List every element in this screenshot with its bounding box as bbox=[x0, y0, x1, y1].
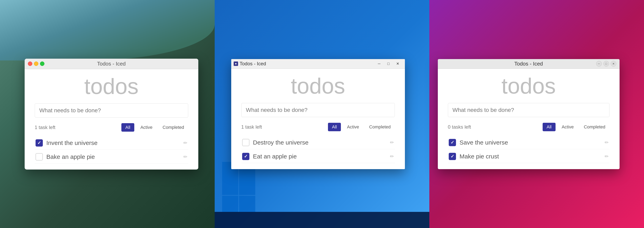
linux-todo-item-1: Save the universe ✏ bbox=[448, 136, 610, 149]
windows-filter-all[interactable]: All bbox=[328, 123, 341, 131]
mac-checkbox-2[interactable] bbox=[36, 153, 43, 160]
linux-filter-completed[interactable]: Completed bbox=[580, 123, 609, 131]
windows-close-button[interactable]: ✕ bbox=[393, 59, 402, 69]
mac-todo-item-1: Invent the universe ✏ bbox=[35, 136, 188, 150]
mac-window-title: Todos - Iced bbox=[97, 61, 126, 67]
linux-window-title: Todos - Iced bbox=[514, 61, 543, 67]
windows-todo-input[interactable] bbox=[241, 103, 395, 117]
windows-window: ■ Todos - Iced ─ □ ✕ todos 1 task left A… bbox=[231, 59, 405, 169]
linux-edit-icon-2[interactable]: ✏ bbox=[604, 154, 609, 159]
mac-filter-all[interactable]: All bbox=[121, 123, 134, 132]
mac-maximize-button[interactable] bbox=[40, 61, 44, 66]
mac-app-content: todos 1 task left All Active Completed I… bbox=[25, 69, 198, 170]
windows-todo-text-2: Eat an apple pie bbox=[253, 153, 386, 160]
windows-filters: All Active Completed bbox=[328, 123, 395, 131]
mac-todo-text-1: Invent the universe bbox=[46, 139, 180, 146]
windows-window-title: Todos - Iced bbox=[240, 61, 266, 67]
windows-minimize-button[interactable]: ─ bbox=[374, 59, 384, 69]
linux-window: Todos - Iced ─ □ ✕ todos 0 tasks left Al… bbox=[438, 59, 620, 169]
windows-tasks-left: 1 task left bbox=[241, 124, 262, 130]
linux-maximize-button[interactable]: □ bbox=[604, 61, 609, 67]
mac-footer: 1 task left All Active Completed bbox=[35, 123, 188, 132]
windows-titlebar: ■ Todos - Iced ─ □ ✕ bbox=[231, 59, 405, 69]
linux-minimize-button[interactable]: ─ bbox=[596, 61, 602, 67]
linux-footer: 0 tasks left All Active Completed bbox=[448, 123, 610, 131]
linux-todo-list: Save the universe ✏ Make pie crust ✏ bbox=[448, 136, 610, 163]
mac-edit-icon-1[interactable]: ✏ bbox=[183, 140, 188, 146]
linux-checkbox-2[interactable] bbox=[449, 153, 456, 160]
windows-app-content: todos 1 task left All Active Completed D… bbox=[231, 69, 405, 169]
linux-close-button[interactable]: ✕ bbox=[611, 61, 616, 67]
mac-todo-list: Invent the universe ✏ Bake an apple pie … bbox=[35, 136, 188, 163]
windows-app-heading: todos bbox=[241, 75, 395, 97]
linux-filter-all[interactable]: All bbox=[542, 123, 556, 131]
mac-tasks-left: 1 task left bbox=[35, 124, 56, 130]
mac-filter-completed[interactable]: Completed bbox=[158, 123, 188, 132]
windows-todo-list: Destroy the universe ✏ Eat an apple pie … bbox=[241, 136, 395, 163]
linux-app-content: todos 0 tasks left All Active Completed … bbox=[438, 69, 620, 169]
linux-todo-text-1: Save the universe bbox=[460, 139, 601, 146]
windows-filter-completed[interactable]: Completed bbox=[365, 123, 394, 131]
windows-app-icon: ■ bbox=[234, 61, 238, 66]
windows-checkbox-1[interactable] bbox=[242, 139, 250, 146]
linux-checkbox-1[interactable] bbox=[449, 139, 456, 146]
windows-todo-text-1: Destroy the universe bbox=[253, 139, 386, 146]
windows-checkbox-2[interactable] bbox=[242, 153, 250, 160]
mac-minimize-button[interactable] bbox=[34, 61, 38, 66]
mac-app-heading: todos bbox=[35, 75, 188, 97]
linux-titlebar: Todos - Iced ─ □ ✕ bbox=[438, 59, 620, 69]
windows-edit-icon-1[interactable]: ✏ bbox=[390, 140, 394, 145]
linux-app-heading: todos bbox=[448, 75, 610, 97]
windows-maximize-button[interactable]: □ bbox=[384, 59, 393, 69]
linux-edit-icon-1[interactable]: ✏ bbox=[604, 140, 609, 145]
windows-todo-item-2: Eat an apple pie ✏ bbox=[241, 150, 395, 163]
mac-filter-active[interactable]: Active bbox=[136, 123, 156, 132]
windows-filter-active[interactable]: Active bbox=[343, 123, 363, 131]
linux-todo-item-2: Make pie crust ✏ bbox=[448, 150, 610, 163]
linux-filter-active[interactable]: Active bbox=[558, 123, 578, 131]
mac-titlebar: Todos - Iced bbox=[25, 59, 198, 69]
windows-container: Todos - Iced todos 1 task left All Activ… bbox=[0, 0, 644, 228]
windows-footer: 1 task left All Active Completed bbox=[241, 123, 395, 131]
linux-todo-input[interactable] bbox=[448, 103, 610, 117]
windows-edit-icon-2[interactable]: ✏ bbox=[390, 154, 394, 159]
mac-close-button[interactable] bbox=[28, 61, 32, 66]
mac-checkbox-1[interactable] bbox=[36, 139, 43, 147]
mac-todo-text-2: Bake an apple pie bbox=[46, 153, 180, 160]
mac-todo-input[interactable] bbox=[35, 104, 188, 117]
linux-controls: ─ □ ✕ bbox=[596, 61, 616, 67]
mac-edit-icon-2[interactable]: ✏ bbox=[183, 154, 188, 160]
linux-todo-text-2: Make pie crust bbox=[460, 153, 601, 160]
linux-filters: All Active Completed bbox=[542, 123, 610, 131]
mac-todo-item-2: Bake an apple pie ✏ bbox=[35, 150, 188, 163]
mac-traffic-lights bbox=[28, 61, 44, 66]
linux-tasks-left: 0 tasks left bbox=[448, 124, 471, 130]
mac-window: Todos - Iced todos 1 task left All Activ… bbox=[25, 59, 198, 170]
windows-controls: ─ □ ✕ bbox=[374, 59, 402, 69]
mac-filters: All Active Completed bbox=[121, 123, 188, 132]
windows-todo-item-1: Destroy the universe ✏ bbox=[241, 136, 395, 149]
